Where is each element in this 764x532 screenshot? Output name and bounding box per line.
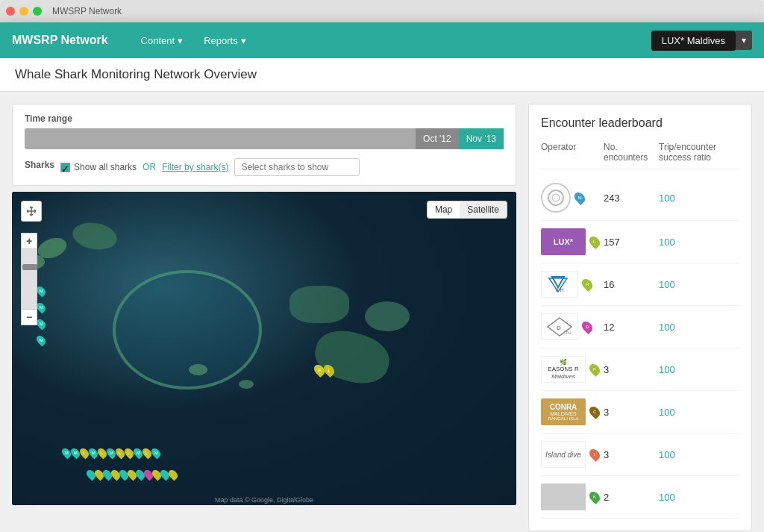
show-all-checkbox[interactable]: ✓ Show all sharks (60, 162, 137, 172)
operator-cell-4: D ATH D (541, 313, 601, 340)
operator-logo-8 (541, 484, 586, 510)
pin-indicator-1: M (572, 190, 587, 205)
operator-logo-6: CONRA MALDIVES RANGALI ISLA (541, 398, 586, 425)
pin[interactable] (167, 469, 180, 481)
pin[interactable]: M (149, 447, 162, 460)
page-title-bar: Whale Shark Monitoring Network Overview (0, 58, 764, 92)
time-slider[interactable]: Oct '12 Nov '13 (25, 128, 504, 149)
operator-logo-1 (541, 183, 571, 213)
leaderboard-row: M 243 100 (541, 175, 739, 221)
reports-dropdown-icon: ▾ (241, 35, 246, 46)
controls-panel: Time range Oct '12 Nov '13 Sharks ✓ Show… (12, 104, 516, 186)
ratio-6: 100 (659, 407, 739, 418)
nav-brand: MWSRP Network (12, 34, 108, 47)
ratio-7: 100 (659, 449, 739, 460)
pan-icon (25, 205, 37, 217)
checkbox-icon[interactable]: ✓ (60, 163, 70, 172)
or-separator: OR (143, 162, 156, 172)
sharks-controls: Sharks ✓ Show all sharks OR Filter by sh… (25, 158, 504, 176)
ratio-8: 100 (659, 492, 739, 503)
atoll-ring-main (113, 270, 262, 389)
pin-indicator-7: I (587, 447, 602, 462)
encounters-2: 157 (604, 237, 656, 248)
ratio-3: 100 (659, 279, 739, 290)
map-type-map[interactable]: Map (428, 201, 460, 218)
map-container[interactable]: M M L M L M L L M L M (12, 192, 516, 505)
nav-content[interactable]: Content ▾ (132, 31, 192, 51)
account-button[interactable]: LUX* Maldives (651, 31, 736, 51)
operator-cell-5: 🌿 EASONS R Maldives F (541, 356, 601, 383)
encounters-5: 3 (604, 364, 656, 375)
col-ratio: Trip/encounter success ratio (659, 142, 739, 163)
island-right-3 (365, 301, 410, 331)
maximize-button[interactable] (33, 7, 42, 16)
leaderboard-row: K 2 100 (541, 476, 739, 519)
time-labels: Oct '12 Nov '13 (416, 128, 504, 149)
island-s2 (239, 380, 254, 389)
show-all-label: Show all sharks (74, 162, 137, 172)
operator-cell-2: LUX* L (541, 228, 601, 255)
shark-select-input[interactable] (234, 158, 360, 176)
pin-indicator-2: L (587, 234, 602, 249)
ratio-5: 100 (659, 364, 739, 375)
pin-cluster-bottom: M M L M L M L L M L M (63, 448, 160, 458)
zoom-track[interactable] (21, 249, 37, 309)
map-attribution: Map data © Google, DigitalGlobe (215, 496, 313, 504)
left-panel: Time range Oct '12 Nov '13 Sharks ✓ Show… (12, 104, 516, 531)
operator-icon-1 (545, 187, 566, 208)
pin-indicator-8: K (587, 489, 602, 504)
ratio-4: 100 (659, 322, 739, 333)
operator-cell-3: V H H (541, 271, 601, 298)
map-type-satellite[interactable]: Satellite (460, 201, 507, 218)
svg-point-1 (552, 194, 560, 201)
pin-indicator-4: D (580, 319, 595, 334)
ratio-2: 100 (659, 237, 739, 248)
nav-reports[interactable]: Reports ▾ (195, 31, 255, 51)
island-s1 (189, 364, 207, 375)
pin-cluster-bottom2 (87, 469, 177, 480)
leaderboard-row: LUX* L 157 100 (541, 221, 739, 263)
leaderboard-row: V H H 16 100 (541, 263, 739, 306)
encounters-7: 3 (604, 449, 656, 460)
pin[interactable]: M (34, 334, 47, 347)
encounters-1: 243 (604, 193, 656, 204)
pin-cluster-right: F L (315, 364, 334, 376)
vh-logo-icon: V H (546, 275, 573, 293)
encounters-6: 3 (604, 407, 656, 418)
operator-logo-4: D ATH (541, 313, 578, 340)
island-right-1 (289, 286, 349, 323)
svg-text:D: D (557, 325, 561, 331)
time-start-label: Oct '12 (416, 128, 459, 149)
operator-cell-8: K (541, 484, 601, 510)
leaderboard-title: Encounter leaderboard (541, 116, 739, 130)
map-background: M M L M L M L L M L M (12, 192, 516, 505)
minimize-button[interactable] (19, 7, 28, 16)
window-title: MWSRP Network (52, 6, 122, 16)
operator-cell-1: M (541, 183, 601, 213)
sharks-label: Sharks (25, 160, 54, 170)
leaderboard-row: D ATH D 12 100 (541, 306, 739, 348)
ratio-1: 100 (659, 193, 739, 204)
zoom-controls: + − (21, 233, 37, 325)
account-dropdown-arrow[interactable]: ▾ (736, 31, 752, 50)
pin-indicator-5: F (587, 362, 602, 377)
filter-link[interactable]: Filter by shark(s) (162, 162, 228, 172)
leaderboard-row: CONRA MALDIVES RANGALI ISLA C 3 100 (541, 391, 739, 434)
operator-cell-6: CONRA MALDIVES RANGALI ISLA C (541, 398, 601, 425)
leaderboard-header: Operator No. encounters Trip/encounter s… (541, 142, 739, 169)
col-encounters: No. encounters (604, 142, 656, 163)
encounters-3: 16 (604, 279, 656, 290)
encounters-8: 2 (604, 492, 656, 503)
col-operator: Operator (541, 142, 601, 163)
zoom-handle[interactable] (22, 264, 37, 270)
zoom-in-button[interactable]: + (21, 233, 37, 249)
content-dropdown-icon: ▾ (178, 35, 183, 46)
island-2 (71, 219, 119, 253)
time-end-label: Nov '13 (459, 128, 504, 149)
svg-text:ATH: ATH (563, 331, 572, 335)
close-button[interactable] (6, 7, 15, 16)
operator-cell-7: Island dive I (541, 441, 601, 468)
zoom-out-button[interactable]: − (21, 309, 37, 325)
map-pan-button[interactable] (21, 201, 42, 222)
time-range-label: Time range (25, 113, 504, 124)
